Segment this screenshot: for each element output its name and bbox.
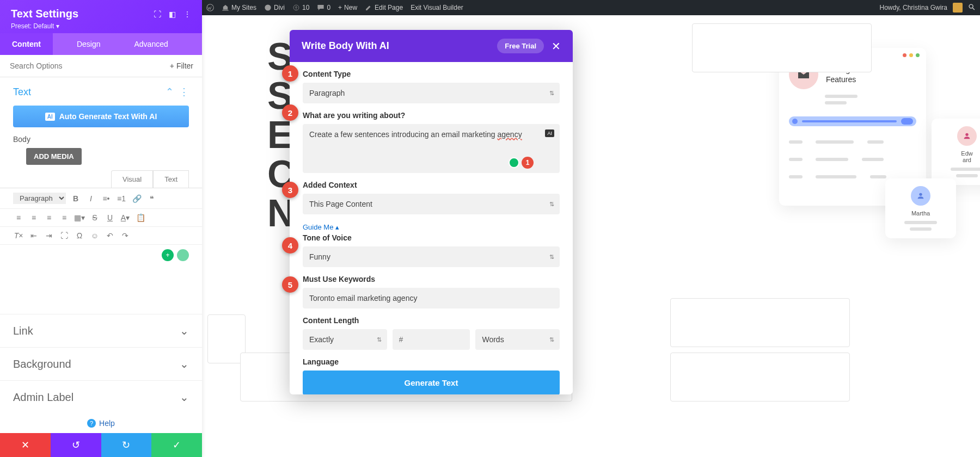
tab-design[interactable]: Design [65,33,113,55]
table-icon[interactable]: ▦▾ [74,213,85,222]
text-section-header[interactable]: Text ⌃⋮ [0,77,202,102]
link-icon[interactable]: 🔗 [131,194,142,203]
undo-icon[interactable]: ↶ [105,231,115,240]
search-options-input[interactable] [0,55,161,77]
paste-icon[interactable]: 📋 [135,213,146,222]
align-left-icon[interactable]: ≡ [13,213,24,222]
comments-link[interactable]: 0 [317,4,330,11]
new-link[interactable]: +New [338,4,357,11]
editor-toolbar-3: T× ⇤ ⇥ ⛶ Ω ☺ ↶ ↷ [0,227,202,245]
ol-icon[interactable]: ≡1 [116,194,127,203]
language-label: Language [303,357,560,366]
free-trial-badge[interactable]: Free Trial [497,39,544,53]
person-card-martha: Martha [885,178,956,238]
length-number-input[interactable] [393,329,470,350]
grammarly-indicator[interactable]: 1 [509,157,534,169]
italic-icon[interactable]: I [85,194,96,203]
chevron-down-icon: ⌄ [180,357,189,370]
align-justify-icon[interactable]: ≡ [59,213,70,222]
my-sites-link[interactable]: My Sites [222,4,256,11]
clear-icon[interactable]: T× [13,231,24,240]
omega-icon[interactable]: Ω [74,231,85,240]
length-mode-select[interactable]: Exactly [303,329,387,350]
dock-icon[interactable]: ◧ [169,10,176,18]
add-media-button[interactable]: ADD MEDIA [26,148,82,165]
generate-text-button[interactable]: Generate Text [303,370,560,394]
context-select[interactable]: This Page Content [303,194,560,214]
section-more-icon[interactable]: ⋮ [179,86,189,98]
person-card-edward: Edw ard [932,119,980,185]
footer-actions: ✕ ↺ ↻ ✓ [0,433,202,457]
redo-icon[interactable]: ↷ [120,231,131,240]
content-type-select[interactable]: Paragraph [303,83,560,103]
preset-selector[interactable]: Preset: Default▾ [11,22,191,30]
textcolor-icon[interactable]: A▾ [120,213,131,222]
underline-icon[interactable]: U [105,213,115,222]
fullscreen-icon[interactable]: ⛶ [59,231,70,240]
about-label: What are you writing about? [303,111,560,120]
align-right-icon[interactable]: ≡ [44,213,54,222]
svg-point-4 [919,193,922,196]
grammarly-icon[interactable] [177,249,189,261]
grammarly-count: 1 [522,157,534,169]
tab-content[interactable]: Content [0,33,53,55]
accordion-admin-label[interactable]: Admin Label⌄ [0,380,202,413]
tone-label: Tone of Voice [303,233,560,242]
search-icon[interactable] [968,3,976,13]
emoji-icon[interactable]: ☺ [89,231,100,240]
editor-tab-visual[interactable]: Visual [111,170,153,188]
grammarly-circle-icon [509,157,519,168]
accordion-link[interactable]: Link⌄ [0,314,202,347]
svg-point-2 [969,4,973,8]
ai-write-modal: Write Body With AI Free Trial ✕ Content … [290,30,573,394]
howdy-text[interactable]: Howdy, Christina Gwira [880,4,947,11]
content-type-label: Content Type [303,70,560,78]
collapse-icon[interactable]: ⌃ [166,86,174,98]
ul-icon[interactable]: ≡• [101,194,112,203]
outdent-icon[interactable]: ⇥ [44,231,54,240]
close-icon[interactable]: ✕ [552,40,561,53]
sidebar-title: Text Settings [11,8,78,20]
theme-link[interactable]: Divi [264,4,285,11]
length-label: Content Length [303,316,560,325]
exit-builder-link[interactable]: Exit Visual Builder [411,4,463,11]
more-icon[interactable]: ⋮ [183,10,191,18]
tone-select[interactable]: Funny [303,246,560,267]
sidebar-header: Text Settings ⛶ ◧ ⋮ Preset: Default▾ [0,0,202,33]
modal-header: Write Body With AI Free Trial ✕ [290,30,573,62]
settings-sidebar: Text Settings ⛶ ◧ ⋮ Preset: Default▾ Con… [0,0,202,457]
chevron-down-icon: ⌄ [180,324,189,337]
accordion-background[interactable]: Background⌄ [0,347,202,380]
grammarly-add-icon[interactable]: + [162,249,174,261]
strike-icon[interactable]: S [89,213,100,222]
editor-toolbar-2: ≡ ≡ ≡ ≡ ▦▾ S U A▾ 📋 [0,209,202,227]
ai-chip-icon[interactable]: AI [545,129,554,137]
edit-page-link[interactable]: Edit Page [365,4,403,11]
undo-button[interactable]: ↺ [51,433,101,457]
wp-admin-bar: My Sites Divi 10 0 +New Edit Page Exit V… [202,0,980,15]
body-label: Body [0,135,202,148]
expand-icon[interactable]: ⛶ [154,10,161,18]
user-avatar[interactable] [953,3,963,13]
modal-title: Write Body With AI [302,40,389,52]
help-link[interactable]: ?Help [0,413,202,433]
redo-button[interactable]: ↻ [101,433,152,457]
wp-logo-icon[interactable] [206,4,214,11]
keywords-input[interactable] [303,288,560,308]
quote-icon[interactable]: ❝ [146,194,157,203]
auto-generate-button[interactable]: AI Auto Generate Text With AI [13,106,189,127]
updates-link[interactable]: 10 [292,4,309,11]
indent-icon[interactable]: ⇤ [28,231,39,240]
editor-tab-text[interactable]: Text [153,170,189,188]
tab-advanced[interactable]: Advanced [122,33,180,55]
filter-button[interactable]: +Filter [161,61,202,70]
length-unit-select[interactable]: Words [475,329,560,350]
format-select[interactable]: Paragraph [13,193,66,204]
bold-icon[interactable]: B [70,194,81,203]
align-center-icon[interactable]: ≡ [28,213,39,222]
ai-badge-icon: AI [45,113,55,121]
discard-button[interactable]: ✕ [0,433,51,457]
svg-point-3 [965,133,968,136]
guide-me-link[interactable]: Guide Me▴ [303,223,339,231]
save-button[interactable]: ✓ [151,433,202,457]
